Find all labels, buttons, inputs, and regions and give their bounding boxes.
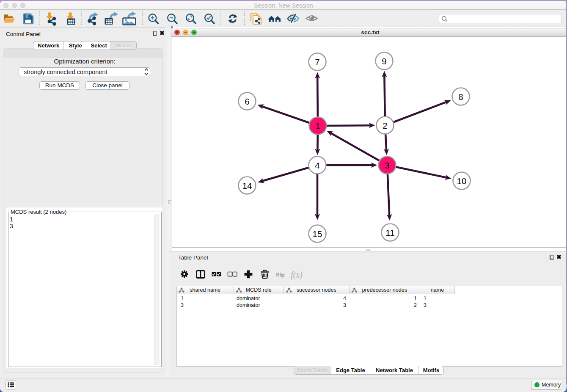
svg-text:15: 15	[313, 229, 322, 239]
svg-text:6: 6	[245, 97, 249, 106]
svg-text:9: 9	[382, 56, 386, 66]
svg-text:2: 2	[383, 121, 387, 130]
svg-text:7: 7	[315, 57, 319, 67]
svg-text:f(x): f(x)	[291, 270, 303, 280]
svg-text:4: 4	[315, 160, 319, 170]
svg-text:14: 14	[242, 181, 252, 190]
svg-text:10: 10	[457, 176, 467, 186]
svg-text:11: 11	[385, 228, 394, 237]
svg-text:3: 3	[385, 160, 389, 170]
svg-text:1: 1	[315, 121, 320, 131]
svg-text:8: 8	[458, 92, 463, 102]
